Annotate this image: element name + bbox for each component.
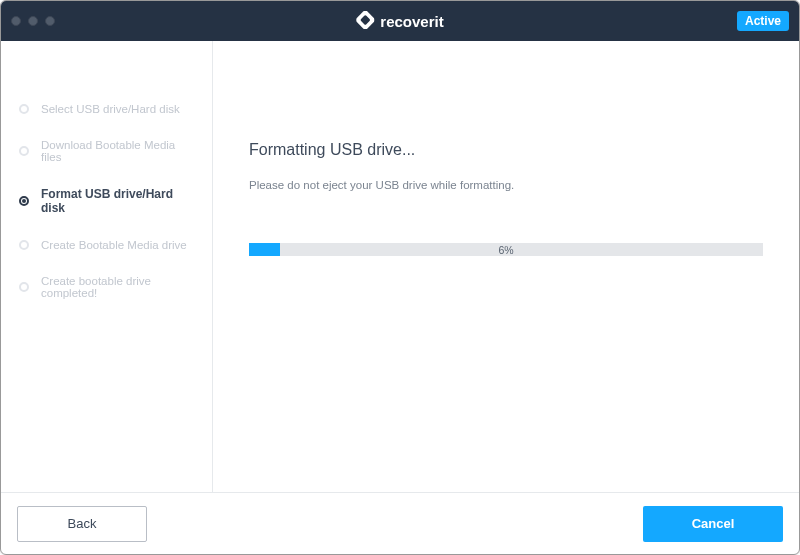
sidebar: Select USB drive/Hard disk Download Boot… [1,41,213,492]
progress-fill [249,243,280,256]
logo-icon [356,11,374,32]
step-bullet-icon [19,104,29,114]
body: Select USB drive/Hard disk Download Boot… [1,41,799,492]
minimize-icon[interactable] [28,16,38,26]
brand: recoverit [356,11,443,32]
step-bullet-icon [19,240,29,250]
step-bullet-icon [19,146,29,156]
progress-label: 6% [498,244,513,256]
cancel-button[interactable]: Cancel [643,506,783,542]
page-title: Formatting USB drive... [249,141,763,159]
step-format-drive[interactable]: Format USB drive/Hard disk [1,175,212,227]
main-panel: Formatting USB drive... Please do not ej… [213,41,799,492]
step-download-media[interactable]: Download Bootable Media files [1,127,212,175]
window-controls [11,16,55,26]
titlebar: recoverit Active [1,1,799,41]
close-icon[interactable] [11,16,21,26]
maximize-icon[interactable] [45,16,55,26]
step-label: Download Bootable Media files [41,139,194,163]
page-subtext: Please do not eject your USB drive while… [249,179,763,191]
step-label: Create bootable drive completed! [41,275,194,299]
back-button[interactable]: Back [17,506,147,542]
step-select-drive[interactable]: Select USB drive/Hard disk [1,91,212,127]
active-badge[interactable]: Active [737,11,789,31]
step-label: Select USB drive/Hard disk [41,103,180,115]
step-bullet-active-icon [19,196,29,206]
brand-text: recoverit [380,13,443,30]
step-label: Format USB drive/Hard disk [41,187,194,215]
progress: 6% [249,243,763,256]
step-label: Create Bootable Media drive [41,239,187,251]
app-window: recoverit Active Select USB drive/Hard d… [0,0,800,555]
step-create-media[interactable]: Create Bootable Media drive [1,227,212,263]
step-bullet-icon [19,282,29,292]
footer: Back Cancel [1,492,799,554]
step-completed[interactable]: Create bootable drive completed! [1,263,212,311]
